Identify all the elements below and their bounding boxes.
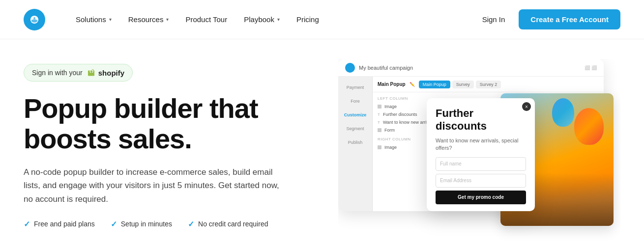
row-icon [378, 128, 381, 132]
t-icon: T [378, 120, 380, 125]
tab-survey[interactable]: Survey [452, 81, 474, 88]
topbar-icons: ⬜ ⬜ [585, 65, 597, 70]
popup-subtitle: Want to know new arrivals, special offer… [436, 137, 526, 152]
hero-right: My beautiful campaign ⬜ ⬜ Payment Fore C… [338, 59, 620, 246]
tab-main-popup[interactable]: Main Popup [419, 81, 450, 88]
sidebar-item-segment[interactable]: Segment [338, 122, 372, 136]
main-content: Sign in with your shopify Popup builder … [0, 39, 644, 246]
app-toolbar: Main Popup ✏️ Main Popup Survey Survey 2 [373, 77, 604, 92]
hero-subheadline: A no-code popup builder to increase e-co… [24, 165, 289, 206]
nav-right: Sign In Create a Free Account [476, 9, 620, 29]
popup-name-label: Main Popup [378, 82, 406, 87]
create-account-button[interactable]: Create a Free Account [519, 9, 620, 29]
shopify-badge-text: Sign in with your [32, 69, 83, 77]
nav-product-tour[interactable]: Product Tour [178, 11, 234, 27]
features-list: ✓ Free and paid plans ✓ Setup in minutes… [24, 220, 328, 229]
popup-title: Further discounts [436, 107, 526, 133]
nav-playbook[interactable]: Playbook ▾ [237, 11, 287, 27]
logo[interactable] [24, 9, 45, 30]
popup-close-button[interactable]: × [522, 102, 531, 111]
sidebar-item-payment[interactable]: Payment [338, 81, 372, 94]
chevron-down-icon: ▾ [166, 17, 169, 22]
shopify-name: shopify [98, 69, 124, 77]
sidebar-item-publish[interactable]: Publish [338, 136, 372, 149]
shopify-badge[interactable]: Sign in with your shopify [24, 64, 133, 82]
mockup-container: My beautiful campaign ⬜ ⬜ Payment Fore C… [338, 59, 620, 226]
feature-setup: ✓ Setup in minutes [111, 220, 172, 229]
nav-links: Solutions ▾ Resources ▾ Product Tour Pla… [69, 11, 476, 27]
nav-pricing[interactable]: Pricing [290, 11, 326, 27]
navbar: Solutions ▾ Resources ▾ Product Tour Pla… [0, 0, 644, 39]
app-title: My beautiful campaign [359, 65, 413, 71]
checkmark-icon: ✓ [24, 220, 30, 229]
hero-left: Sign in with your shopify Popup builder … [24, 59, 328, 246]
svg-point-2 [90, 72, 91, 73]
chevron-down-icon: ▾ [109, 17, 112, 22]
app-topbar: My beautiful campaign ⬜ ⬜ [338, 59, 604, 77]
app-logo-small [345, 63, 355, 73]
popup-form: Full name Email Address Get my promo cod… [427, 157, 535, 211]
popup-overlay: × Further discounts Want to know new arr… [427, 98, 535, 211]
svg-point-3 [92, 72, 93, 73]
t-icon: T [378, 112, 380, 117]
svg-rect-1 [88, 71, 94, 76]
checkmark-icon: ✓ [111, 220, 117, 229]
popup-header: Further discounts Want to know new arriv… [427, 98, 535, 157]
hero-headline: Popup builder that boosts sales. [24, 93, 328, 154]
row-icon [378, 105, 381, 109]
feature-no-credit-card: ✓ No credit card required [188, 220, 268, 229]
sidebar-item-fore[interactable]: Fore [338, 94, 372, 108]
sign-in-button[interactable]: Sign In [476, 11, 511, 27]
row-icon [378, 145, 381, 149]
nav-solutions[interactable]: Solutions ▾ [69, 11, 118, 27]
sidebar-item-customize[interactable]: Customize [338, 108, 372, 122]
feature-free-plans: ✓ Free and paid plans [24, 220, 95, 229]
balloon-blue [552, 98, 574, 127]
nav-resources[interactable]: Resources ▾ [121, 11, 176, 27]
popup-email-input[interactable]: Email Address [436, 174, 526, 188]
chevron-down-icon: ▾ [277, 17, 280, 22]
popup-fullname-input[interactable]: Full name [436, 157, 526, 171]
balloon-orange [574, 108, 604, 145]
shopify-logo: shopify [87, 68, 124, 78]
popup-submit-button[interactable]: Get my promo code [436, 191, 526, 204]
checkmark-icon: ✓ [188, 220, 194, 229]
tab-row: Main Popup Survey Survey 2 [419, 81, 501, 88]
edit-icon: ✏️ [410, 82, 415, 87]
tab-survey-2[interactable]: Survey 2 [476, 81, 501, 88]
app-sidebar: Payment Fore Customize Segment Publish [338, 77, 373, 211]
